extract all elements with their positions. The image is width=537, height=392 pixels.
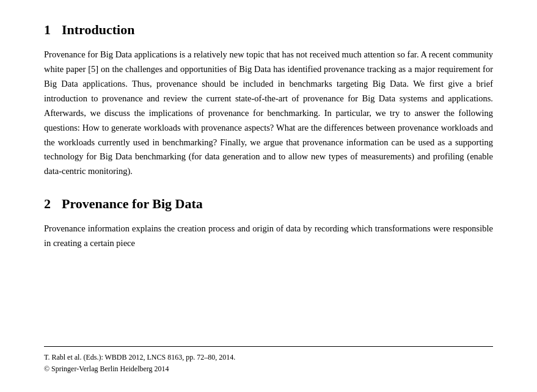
section1-heading: 1 Introduction <box>44 22 493 38</box>
section1-body: Provenance for Big Data applications is … <box>44 48 493 179</box>
footer-line2: © Springer-Verlag Berlin Heidelberg 2014 <box>44 363 493 375</box>
section1-title: Introduction <box>62 22 134 38</box>
footer: T. Rabl et al. (Eds.): WBDB 2012, LNCS 8… <box>44 346 493 375</box>
section2-heading: 2 Provenance for Big Data <box>44 196 493 212</box>
section2-body: Provenance information explains the crea… <box>44 222 493 251</box>
section1-number: 1 <box>44 22 51 38</box>
section2-number: 2 <box>44 196 51 212</box>
section2-title: Provenance for Big Data <box>62 196 203 212</box>
footer-line1: T. Rabl et al. (Eds.): WBDB 2012, LNCS 8… <box>44 352 493 363</box>
